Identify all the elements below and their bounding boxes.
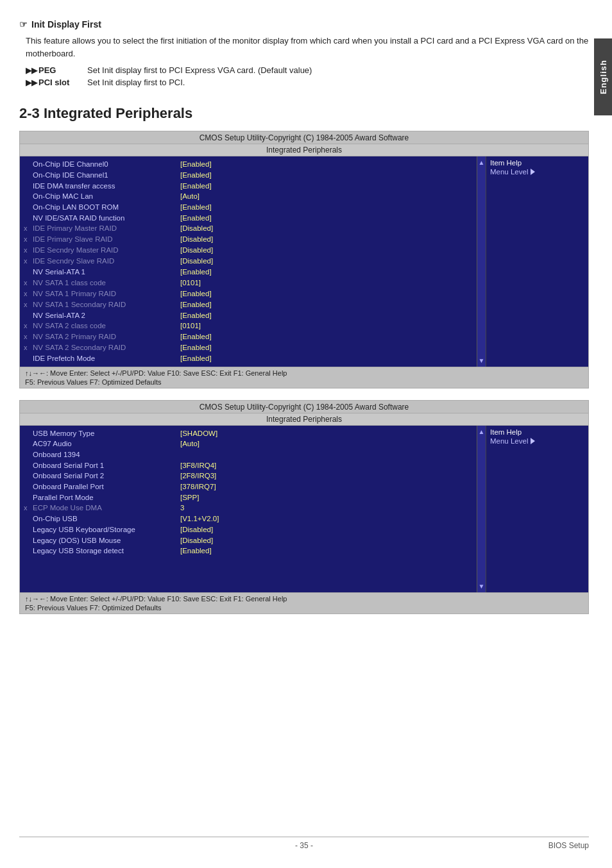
cmos-subtitle-text-2: Integrated Peripherals [266, 415, 342, 424]
help-title-2: Item Help [490, 428, 584, 436]
cmos1-row-prefix-16: x [24, 332, 33, 342]
init-display-body: This feature allows you to select the fi… [26, 35, 589, 60]
cmos1-row-4: On-Chip LAN BOOT ROM[Enabled] [24, 202, 473, 213]
cmos1-row-label-4: On-Chip LAN BOOT ROM [33, 202, 180, 213]
sidebar-english: English [594, 38, 612, 115]
cmos1-row-prefix-15: x [24, 321, 33, 331]
cmos2-row-value-11: [Enabled] [180, 546, 212, 556]
cmos2-row-label-6: Parallel Port Mode [33, 492, 180, 503]
cmos2-row-value-8: [V1.1+V2.0] [180, 513, 219, 524]
cmos2-row-3: Onboard Serial Port 1[3F8/IRQ4] [24, 460, 473, 471]
cmos-footer-row2-2: F5: Previous Values F7: Optimized Defaul… [25, 604, 583, 612]
peg-label: ▶▶ PEG [26, 65, 77, 75]
cmos-body-2: USB Memory Type[SHADOW]AC97 Audio[Auto]O… [20, 426, 588, 592]
scroll-down-1: ▼ [479, 357, 485, 364]
cmos1-row-5: NV IDE/SATA RAID function[Enabled] [24, 213, 473, 224]
cmos1-row-label-11: NV SATA 1 class code [33, 278, 180, 288]
pci-arrow: ▶▶ [26, 78, 37, 87]
cmos1-row-label-17: NV SATA 2 Secondary RAID [33, 342, 180, 353]
cmos1-row-value-3: [Auto] [180, 191, 200, 202]
cmos1-row-label-8: IDE Secndry Master RAID [33, 245, 180, 256]
cmos1-row-2: IDE DMA transfer access[Enabled] [24, 181, 473, 192]
cmos1-row-label-6: IDE Primary Master RAID [33, 223, 180, 234]
cmos2-row-1: AC97 Audio[Auto] [24, 438, 473, 449]
cmos1-row-label-2: IDE DMA transfer access [33, 181, 180, 192]
cmos1-row-8: xIDE Secndry Master RAID[Disabled] [24, 245, 473, 256]
cmos1-row-label-5: NV IDE/SATA RAID function [33, 213, 180, 224]
cmos2-row-5: Onboard Parallel Port[378/IRQ7] [24, 481, 473, 492]
cmos2-row-label-4: Onboard Serial Port 2 [33, 471, 180, 481]
pci-label-text: PCI slot [38, 78, 69, 87]
cmos-left-1: On-Chip IDE Channel0[Enabled]On-Chip IDE… [20, 156, 477, 366]
cmos-footer-inner-1: ↑↓→←: Move Enter: Select +/-/PU/PD: Valu… [25, 369, 583, 386]
cmos2-row-value-7: 3 [180, 503, 184, 513]
init-display-title: Init Display First [31, 19, 101, 29]
cmos2-row-value-3: [3F8/IRQ4] [180, 460, 216, 471]
cmos1-row-value-6: [Disabled] [180, 223, 213, 234]
help-sublabel-2: Menu Level [490, 437, 584, 445]
cmos1-row-label-15: NV SATA 2 class code [33, 321, 180, 331]
page-number: - 35 - [71, 841, 538, 850]
cmos1-row-prefix-11: x [24, 278, 33, 288]
cmos1-row-label-3: On-Chip MAC Lan [33, 191, 180, 202]
cmos1-row-value-9: [Disabled] [180, 256, 213, 267]
cmos1-row-1: On-Chip IDE Channel1[Enabled] [24, 170, 473, 181]
cmos2-row-6: Parallel Port Mode[SPP] [24, 492, 473, 503]
cmos1-row-prefix-17: x [24, 343, 33, 353]
init-display-section: ☞ Init Display First [19, 19, 589, 29]
peg-desc: Set Init display first to PCI Express VG… [87, 65, 312, 75]
cmos-footer-2: ↑↓→←: Move Enter: Select +/-/PU/PD: Valu… [20, 592, 588, 613]
cmos2-row-0: USB Memory Type[SHADOW] [24, 428, 473, 439]
cmos1-row-13: xNV SATA 1 Secondary RAID[Enabled] [24, 299, 473, 310]
cmos2-row-label-3: Onboard Serial Port 1 [33, 460, 180, 471]
cmos-footer-row1-1: ↑↓→←: Move Enter: Select +/-/PU/PD: Valu… [25, 369, 583, 377]
help-title-1: Item Help [490, 159, 584, 167]
help-sublabel-text-1: Menu Level [490, 168, 528, 176]
cmos1-row-value-14: [Enabled] [180, 310, 212, 321]
cmos-left-2: USB Memory Type[SHADOW]AC97 Audio[Auto]O… [20, 426, 477, 592]
cmos-title-2: CMOS Setup Utility-Copyright (C) 1984-20… [20, 401, 588, 413]
scroll-indicator-1: ▲ ▼ [477, 156, 486, 366]
cmos1-row-value-2: [Enabled] [180, 181, 212, 192]
cmos1-row-label-13: NV SATA 1 Secondary RAID [33, 299, 180, 310]
cmos-table-2: CMOS Setup Utility-Copyright (C) 1984-20… [19, 400, 589, 614]
cmos2-row-7: xECP Mode Use DMA3 [24, 503, 473, 513]
cmos2-row-prefix-7: x [24, 503, 33, 513]
cmos-table-1: CMOS Setup Utility-Copyright (C) 1984-20… [19, 131, 589, 388]
triangle-icon-1 [531, 169, 535, 175]
cmos1-row-label-0: On-Chip IDE Channel0 [33, 159, 180, 170]
cmos1-row-value-4: [Enabled] [180, 202, 212, 213]
cmos2-row-4: Onboard Serial Port 2[2F8/IRQ3] [24, 471, 473, 481]
help-sublabel-1: Menu Level [490, 168, 584, 176]
cmos2-row-value-10: [Disabled] [180, 535, 213, 546]
cmos1-row-prefix-12: x [24, 289, 33, 299]
cmos1-row-prefix-6: x [24, 224, 33, 234]
cmos-footer-1: ↑↓→←: Move Enter: Select +/-/PU/PD: Valu… [20, 367, 588, 388]
cmos2-row-label-8: On-Chip USB [33, 513, 180, 524]
cmos2-row-value-1: [Auto] [180, 438, 200, 449]
cmos2-row-10: Legacy (DOS) USB Mouse[Disabled] [24, 535, 473, 546]
cmos-title-1: CMOS Setup Utility-Copyright (C) 1984-20… [20, 131, 588, 144]
cmos2-row-label-0: USB Memory Type [33, 428, 180, 439]
cmos-title-text-2: CMOS Setup Utility-Copyright (C) 1984-20… [200, 403, 409, 412]
cmos-subtitle-text-1: Integrated Peripherals [266, 146, 342, 154]
cmos1-row-6: xIDE Primary Master RAID[Disabled] [24, 223, 473, 234]
init-display-body-text: This feature allows you to select the fi… [26, 36, 588, 58]
triangle-icon-2 [531, 438, 535, 444]
cmos1-row-9: xIDE Secndry Slave RAID[Disabled] [24, 256, 473, 267]
cmos1-row-value-15: [0101] [180, 321, 201, 331]
cmos1-row-value-12: [Enabled] [180, 288, 212, 299]
cmos1-row-value-18: [Enabled] [180, 353, 212, 364]
cmos1-row-3: On-Chip MAC Lan[Auto] [24, 191, 473, 202]
cmos1-row-value-7: [Disabled] [180, 234, 213, 245]
pci-label: ▶▶ PCI slot [26, 78, 77, 87]
scroll-indicator-2: ▲ ▼ [477, 426, 486, 592]
cmos-footer-inner-2: ↑↓→←: Move Enter: Select +/-/PU/PD: Valu… [25, 595, 583, 612]
pci-item: ▶▶ PCI slot Set Init display first to PC… [26, 78, 589, 87]
cmos1-row-value-1: [Enabled] [180, 170, 212, 181]
cmos-subtitle-1: Integrated Peripherals [20, 144, 588, 156]
cmos-body-1: On-Chip IDE Channel0[Enabled]On-Chip IDE… [20, 156, 588, 366]
cmos2-row-8: On-Chip USB[V1.1+V2.0] [24, 513, 473, 524]
cmos2-row-label-5: Onboard Parallel Port [33, 481, 180, 492]
cmos1-row-value-0: [Enabled] [180, 159, 212, 170]
